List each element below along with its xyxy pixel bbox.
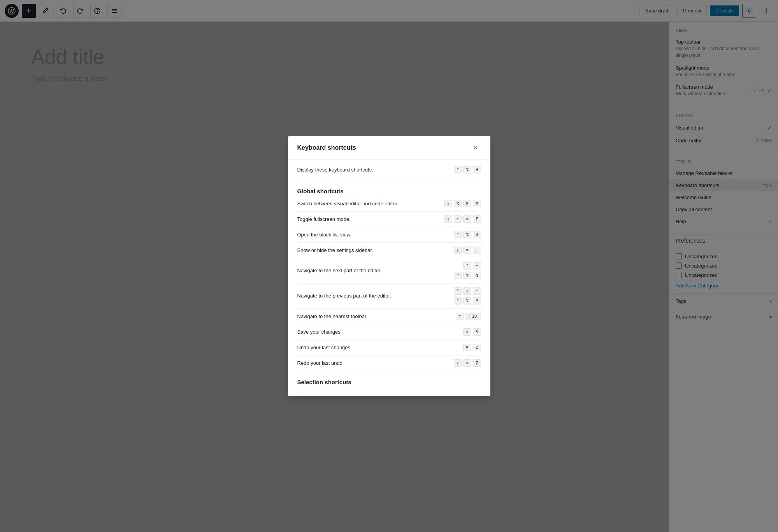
kbd-tilde: ~ (473, 262, 481, 270)
kbd-f: F (473, 215, 481, 223)
kbd-ctrl5: ^ (454, 287, 462, 295)
shortcut-fullscreen: Toggle fullscreen mode. ⇧ ⌥ ⌘ F (297, 212, 481, 227)
save-label: Save your changes. (297, 329, 464, 335)
modal-title: Keyboard shortcuts (297, 144, 356, 151)
navigate-next-label: Navigate to the next part of the editor. (297, 268, 454, 273)
shortcut-switch-editor: Switch between visual editor and code ed… (297, 196, 481, 212)
modal-close-button[interactable]: ✕ (470, 142, 481, 153)
kbd-shift: ⇧ (444, 200, 452, 207)
kbd-s: S (473, 328, 481, 336)
settings-sidebar-keys-row: ⇧ ⌘ , (454, 247, 481, 254)
shortcut-settings-sidebar: Show or hide the settings sidebar. ⇧ ⌘ , (297, 243, 481, 258)
switch-editor-keys: ⇧ ⌥ ⌘ M (444, 200, 481, 207)
kbd-cmd4: ⌘ (463, 328, 471, 336)
intro-shortcut-label: Display these keyboard shortcuts. (297, 167, 373, 173)
switch-editor-keys-row: ⇧ ⌥ ⌘ M (444, 200, 481, 207)
shortcut-navigate-next: Navigate to the next part of the editor.… (297, 258, 481, 284)
kbd-ctrl3: ^ (463, 262, 471, 270)
kbd-n: N (473, 272, 481, 279)
global-shortcuts-title: Global shortcuts (297, 188, 481, 194)
kbd-f10: F10 (465, 313, 481, 320)
switch-editor-label: Switch between visual editor and code ed… (297, 201, 444, 206)
redo-keys-row: ⇧ ⌘ Z (454, 359, 481, 367)
kbd-ctrl4: ^ (454, 272, 462, 279)
kbd-cmd5: ⌘ (463, 344, 471, 351)
kbd-cmd: ⌘ (463, 200, 471, 207)
modal-overlay[interactable]: Keyboard shortcuts ✕ Display these keybo… (0, 0, 778, 532)
navigate-toolbar-label: Navigate to the nearest toolbar. (297, 313, 456, 319)
fullscreen-shortcut-label: Toggle fullscreen mode. (297, 216, 444, 222)
navigate-next-row2: ^ ⌥ N (454, 272, 481, 279)
intro-shortcut-row: Display these keyboard shortcuts. ^ ⌥ H (297, 160, 481, 180)
navigate-prev-row1: ^ ⇧ ~ (454, 287, 481, 295)
block-list-keys-row: ^ ⌥ O (454, 231, 481, 238)
navigate-toolbar-keys: ⌥ F10 (456, 313, 481, 320)
kbd-z: Z (473, 344, 481, 351)
undo-label: Undo your last changes. (297, 345, 464, 350)
kbd-h: H (473, 166, 481, 173)
kbd-alt2: ⌥ (454, 200, 462, 207)
kbd-m: M (473, 200, 481, 207)
kbd-o: O (473, 231, 481, 238)
kbd-p: P (473, 297, 481, 304)
fullscreen-keys-row: ⇧ ⌥ ⌘ F (444, 215, 481, 223)
navigate-toolbar-keys-row: ⌥ F10 (456, 313, 481, 320)
redo-keys: ⇧ ⌘ Z (454, 359, 481, 367)
kbd-cmd2: ⌘ (463, 215, 471, 223)
kbd-ctrl2: ^ (454, 231, 462, 238)
kbd-tilde2: ~ (473, 287, 481, 295)
block-list-label: Open the block list view. (297, 232, 454, 238)
shortcut-navigate-prev: Navigate to the previous part of the edi… (297, 284, 481, 309)
settings-sidebar-label: Show or hide the settings sidebar. (297, 247, 454, 253)
keyboard-shortcuts-modal: Keyboard shortcuts ✕ Display these keybo… (288, 136, 490, 396)
kbd-alt3: ⌥ (454, 215, 462, 223)
shortcut-save: Save your changes. ⌘ S (297, 324, 481, 340)
navigate-prev-keys: ^ ⇧ ~ ^ ⌥ P (454, 287, 481, 304)
navigate-next-keys: ^ ~ ^ ⌥ N (454, 262, 481, 279)
fullscreen-keys: ⇧ ⌥ ⌘ F (444, 215, 481, 223)
settings-sidebar-keys: ⇧ ⌘ , (454, 247, 481, 254)
navigate-prev-label: Navigate to the previous part of the edi… (297, 293, 454, 299)
selection-shortcuts-title: Selection shortcuts (297, 379, 481, 385)
modal-body: Display these keyboard shortcuts. ^ ⌥ H … (288, 160, 490, 396)
save-keys-row: ⌘ S (463, 328, 481, 336)
undo-keys-row: ⌘ Z (463, 344, 481, 351)
kbd-alt6: ⌥ (463, 297, 471, 304)
kbd-ctrl6: ^ (454, 297, 462, 304)
block-list-keys: ^ ⌥ O (454, 231, 481, 238)
intro-shortcut-keys: ^ ⌥ H (454, 166, 481, 173)
navigate-prev-row2: ^ ⌥ P (454, 297, 481, 304)
navigate-next-row1: ^ ~ (463, 262, 481, 270)
shortcut-redo: Redo your last undo. ⇧ ⌘ Z (297, 355, 481, 371)
modal-header: Keyboard shortcuts ✕ (288, 136, 490, 160)
kbd-shift5: ⇧ (454, 359, 462, 367)
kbd-ctrl: ^ (454, 166, 462, 173)
shortcut-undo: Undo your last changes. ⌘ Z (297, 340, 481, 355)
kbd-cmd3: ⌘ (463, 247, 471, 254)
shortcut-block-list: Open the block list view. ^ ⌥ O (297, 227, 481, 243)
kbd-alt5: ⌥ (463, 272, 471, 279)
kbd-shift4: ⇧ (463, 287, 471, 295)
kbd-z2: Z (473, 359, 481, 367)
kbd-alt: ⌥ (463, 166, 471, 173)
shortcut-navigate-toolbar: Navigate to the nearest toolbar. ⌥ F10 (297, 309, 481, 324)
kbd-alt7: ⌥ (456, 313, 464, 320)
kbd-alt4: ⌥ (463, 231, 471, 238)
kbd-shift2: ⇧ (444, 215, 452, 223)
kbd-cmd6: ⌘ (463, 359, 471, 367)
redo-label: Redo your last undo. (297, 360, 454, 366)
kbd-shift3: ⇧ (454, 247, 462, 254)
undo-keys: ⌘ Z (463, 344, 481, 351)
kbd-comma: , (473, 247, 481, 254)
save-keys: ⌘ S (463, 328, 481, 336)
